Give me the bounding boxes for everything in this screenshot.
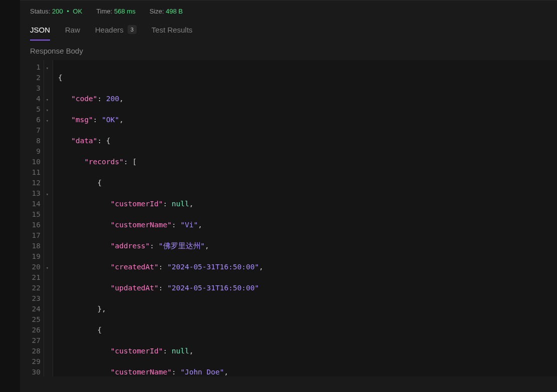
fold-cell: ▾ xyxy=(45,115,50,125)
size-label: Size: xyxy=(150,8,164,15)
fold-cell xyxy=(45,125,50,136)
status-text: OK xyxy=(73,8,83,15)
fold-cell xyxy=(45,241,50,251)
line-number: 24 xyxy=(29,304,41,314)
fold-toggle-icon[interactable]: ▾ xyxy=(46,263,49,273)
fold-cell xyxy=(45,304,50,314)
tab-headers[interactable]: Headers 3 xyxy=(95,20,137,40)
line-number: 28 xyxy=(29,346,41,356)
fold-toggle-icon[interactable]: ▾ xyxy=(46,63,49,74)
fold-cell xyxy=(45,136,50,146)
line-number: 15 xyxy=(29,209,41,220)
code-line: { xyxy=(58,325,263,335)
tab-json[interactable]: JSON xyxy=(30,21,50,40)
fold-toggle-icon[interactable]: ▾ xyxy=(46,95,49,105)
tab-test-results[interactable]: Test Results xyxy=(152,21,193,40)
code-line: "data": { xyxy=(58,136,263,146)
line-number: 11 xyxy=(29,167,41,178)
code-line: "customerId": null, xyxy=(58,199,263,209)
line-number: 9 xyxy=(29,146,41,157)
line-number: 16 xyxy=(29,220,41,230)
line-number: 1 xyxy=(29,62,41,73)
code-line: { xyxy=(58,73,263,83)
tab-headers-count: 3 xyxy=(128,25,137,34)
line-number-gutter: 1234567891011121314151617181920212223242… xyxy=(20,60,44,376)
fold-cell xyxy=(45,167,50,178)
time-value: 568 ms xyxy=(114,8,136,15)
line-number: 23 xyxy=(29,293,41,304)
fold-toggle-icon[interactable]: ▾ xyxy=(46,116,49,126)
line-number: 2 xyxy=(29,73,41,83)
code-line: "records": [ xyxy=(58,157,263,167)
fold-cell: ▾ xyxy=(45,62,50,73)
line-number: 20 xyxy=(29,262,41,272)
fold-cell xyxy=(45,293,50,304)
code-line: "customerName": "Vi", xyxy=(58,220,263,230)
line-number: 22 xyxy=(29,283,41,293)
fold-gutter: ▾▾▾▾▾▾ xyxy=(44,60,53,376)
status-label: Status: xyxy=(30,8,50,15)
code-line: { xyxy=(58,178,263,188)
tab-test-results-label: Test Results xyxy=(152,26,193,34)
response-tabs: JSON Raw Headers 3 Test Results xyxy=(20,20,557,41)
line-number: 29 xyxy=(29,356,41,367)
line-number: 18 xyxy=(29,241,41,251)
line-number: 13 xyxy=(29,188,41,199)
fold-cell xyxy=(45,356,50,367)
fold-cell xyxy=(45,346,50,356)
fold-cell xyxy=(45,230,50,241)
fold-cell xyxy=(45,199,50,209)
fold-cell xyxy=(45,272,50,283)
time-label: Time: xyxy=(96,8,112,15)
line-number: 7 xyxy=(29,125,41,136)
fold-toggle-icon[interactable]: ▾ xyxy=(46,105,49,116)
code-line: "address": "佛罗里达州", xyxy=(58,241,263,251)
code-line: "customerName": "John Doe", xyxy=(58,367,263,376)
fold-cell xyxy=(45,220,50,230)
code-line: "createdAt": "2024-05-31T16:50:00", xyxy=(58,262,263,272)
line-number: 26 xyxy=(29,325,41,335)
fold-cell xyxy=(45,283,50,293)
fold-cell: ▾ xyxy=(45,94,50,104)
tab-raw[interactable]: Raw xyxy=(65,21,80,40)
code-editor[interactable]: 1234567891011121314151617181920212223242… xyxy=(20,60,557,376)
line-number: 25 xyxy=(29,314,41,325)
fold-cell: ▾ xyxy=(45,188,50,199)
line-number: 12 xyxy=(29,178,41,188)
line-number: 30 xyxy=(29,367,41,376)
response-panel: Status: 200 • OK Time: 568 ms Size: 498 … xyxy=(20,0,557,392)
line-number: 4 xyxy=(29,94,41,104)
line-number: 3 xyxy=(29,83,41,94)
line-number: 14 xyxy=(29,199,41,209)
line-number: 10 xyxy=(29,157,41,167)
code-line: "updatedAt": "2024-05-31T16:50:00" xyxy=(58,283,263,293)
fold-cell xyxy=(45,83,50,94)
fold-cell xyxy=(45,314,50,325)
fold-cell xyxy=(45,367,50,376)
tab-raw-label: Raw xyxy=(65,26,80,34)
fold-cell: ▾ xyxy=(45,104,50,115)
fold-cell xyxy=(45,146,50,157)
line-number: 21 xyxy=(29,272,41,283)
fold-cell xyxy=(45,209,50,220)
fold-cell xyxy=(45,178,50,188)
status-size-group: Size: 498 B xyxy=(150,8,183,15)
fold-cell xyxy=(45,251,50,262)
line-number: 19 xyxy=(29,251,41,262)
fold-cell xyxy=(45,325,50,335)
status-separator-dot: • xyxy=(67,8,69,15)
tab-headers-label: Headers xyxy=(95,26,124,34)
fold-cell: ▾ xyxy=(45,262,50,272)
fold-toggle-icon[interactable]: ▾ xyxy=(46,189,49,200)
response-body-title: Response Body xyxy=(20,41,557,60)
fold-cell xyxy=(45,157,50,167)
line-number: 27 xyxy=(29,335,41,346)
status-code-group: Status: 200 • OK xyxy=(30,8,82,15)
code-line: "code": 200, xyxy=(58,94,263,104)
line-number: 5 xyxy=(29,104,41,115)
code-content: { "code": 200, "msg": "OK", "data": { "r… xyxy=(53,60,268,376)
fold-cell xyxy=(45,335,50,346)
size-value: 498 B xyxy=(166,8,183,15)
code-line: "msg": "OK", xyxy=(58,115,263,125)
tab-json-label: JSON xyxy=(30,26,50,34)
